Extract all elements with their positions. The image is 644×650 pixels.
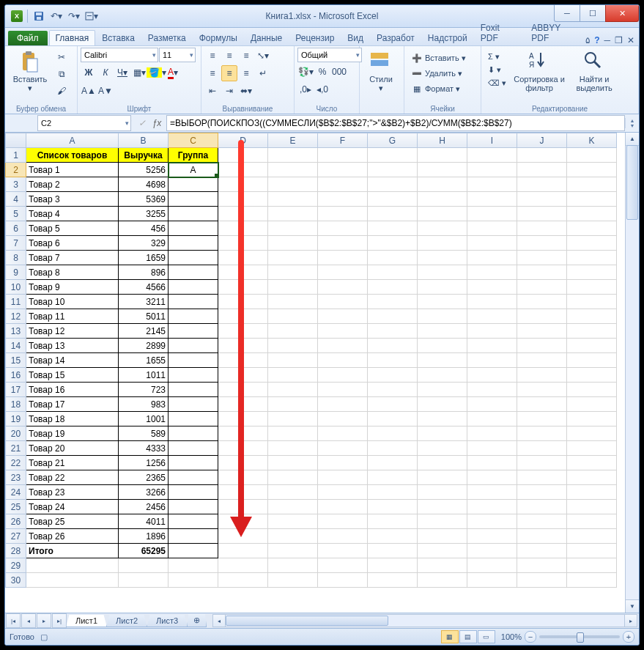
cell[interactable]	[268, 236, 318, 251]
cell[interactable]	[517, 485, 567, 500]
row-header[interactable]: 6	[6, 221, 26, 236]
cell[interactable]	[567, 456, 617, 470]
cell[interactable]	[467, 529, 517, 544]
cell[interactable]: Товар 14	[26, 353, 119, 368]
fill-color-icon[interactable]: 🪣▾	[148, 64, 164, 81]
cell[interactable]: Товар 25	[26, 514, 119, 529]
align-center-icon[interactable]: ≡	[221, 65, 237, 81]
scroll-right-icon[interactable]: ▸	[624, 615, 637, 627]
cell[interactable]	[218, 426, 268, 441]
underline-icon[interactable]: Ч▾	[114, 64, 130, 81]
cell[interactable]	[517, 192, 567, 207]
cell[interactable]	[318, 236, 368, 251]
scroll-down-icon[interactable]: ▼	[625, 599, 639, 613]
cell[interactable]: Товар 3	[26, 192, 119, 207]
styles-button[interactable]: Стили▾	[363, 48, 399, 95]
cell[interactable]	[467, 236, 517, 251]
cell[interactable]	[368, 426, 418, 441]
row-header[interactable]: 20	[6, 426, 26, 441]
cell[interactable]	[368, 558, 418, 573]
cell[interactable]	[517, 251, 567, 265]
cell[interactable]	[169, 456, 218, 470]
cell[interactable]	[218, 339, 268, 353]
cell[interactable]	[368, 485, 418, 500]
sheet-tab[interactable]: Лист2	[106, 615, 147, 627]
row-header[interactable]: 4	[6, 192, 26, 207]
cell[interactable]	[169, 514, 218, 529]
cell[interactable]	[169, 251, 218, 265]
cell[interactable]: Товар 23	[26, 485, 119, 500]
ribbon-minimize-icon[interactable]: ۵	[585, 35, 590, 45]
cell[interactable]: Товар 4	[26, 207, 119, 221]
cell[interactable]	[467, 456, 517, 470]
cell[interactable]: Товар 6	[26, 236, 119, 251]
tab-formulas[interactable]: Формулы	[193, 30, 244, 45]
cell[interactable]	[218, 397, 268, 412]
cell[interactable]	[567, 251, 617, 265]
cell[interactable]	[268, 456, 318, 470]
clear-icon[interactable]: ⌫ ▾	[484, 77, 510, 89]
cell[interactable]	[418, 368, 467, 383]
cell[interactable]	[169, 470, 218, 485]
border-icon[interactable]: ▦▾	[131, 64, 147, 81]
autosum-icon[interactable]: Σ ▾	[484, 51, 510, 63]
cell[interactable]	[268, 397, 318, 412]
cell[interactable]: Товар 8	[26, 265, 119, 280]
save-icon[interactable]	[32, 10, 45, 23]
font-color-icon[interactable]: A▾	[165, 64, 181, 81]
cell[interactable]	[418, 529, 467, 544]
cell[interactable]	[169, 383, 218, 397]
cell[interactable]	[268, 441, 318, 456]
row-header[interactable]: 1	[6, 148, 26, 163]
cell[interactable]	[567, 383, 617, 397]
cell[interactable]	[567, 485, 617, 500]
cell[interactable]	[517, 412, 567, 426]
cell[interactable]	[517, 544, 567, 558]
doc-minimize-icon[interactable]: ─	[604, 35, 610, 45]
row-header[interactable]: 18	[6, 397, 26, 412]
cell[interactable]: Товар 17	[26, 397, 119, 412]
cell[interactable]: Выручка	[119, 148, 169, 163]
cell[interactable]	[169, 412, 218, 426]
tab-layout[interactable]: Разметка	[141, 30, 193, 45]
tab-insert[interactable]: Вставка	[95, 30, 141, 45]
col-header[interactable]: J	[517, 133, 567, 148]
grid[interactable]: ABCDEFGHIJK 1Список товаровВыручкаГруппа…	[5, 133, 617, 588]
zoom-out-icon[interactable]: −	[525, 631, 536, 643]
cell[interactable]	[467, 441, 517, 456]
cell[interactable]	[169, 192, 218, 207]
col-header[interactable]: D	[218, 133, 268, 148]
cell[interactable]	[268, 177, 318, 192]
cell[interactable]: 65295	[119, 544, 169, 558]
row-header[interactable]: 21	[6, 441, 26, 456]
cell[interactable]: Товар 18	[26, 412, 119, 426]
cell[interactable]	[467, 265, 517, 280]
cell[interactable]: 4698	[119, 177, 169, 192]
cell[interactable]	[268, 368, 318, 383]
tab-developer[interactable]: Разработ	[370, 30, 421, 45]
cut-icon[interactable]: ✂	[53, 49, 70, 65]
cell[interactable]: Товар 9	[26, 280, 119, 295]
cell[interactable]	[567, 368, 617, 383]
row-header[interactable]: 17	[6, 383, 26, 397]
cell[interactable]	[218, 265, 268, 280]
cell[interactable]	[517, 500, 567, 514]
cell[interactable]	[318, 192, 368, 207]
cell[interactable]	[368, 192, 418, 207]
cell[interactable]	[467, 383, 517, 397]
cell[interactable]	[368, 500, 418, 514]
cell[interactable]	[318, 441, 368, 456]
cell[interactable]	[218, 295, 268, 309]
col-header[interactable]: K	[567, 133, 617, 148]
currency-icon[interactable]: 💱▾	[297, 64, 314, 80]
cell[interactable]	[169, 485, 218, 500]
cell[interactable]	[218, 544, 268, 558]
cell[interactable]	[218, 163, 268, 177]
cell[interactable]	[368, 236, 418, 251]
cell[interactable]: 723	[119, 383, 169, 397]
cell[interactable]	[418, 544, 467, 558]
cell[interactable]	[567, 163, 617, 177]
cell[interactable]	[268, 500, 318, 514]
cell[interactable]	[368, 368, 418, 383]
cell[interactable]: Товар 15	[26, 368, 119, 383]
